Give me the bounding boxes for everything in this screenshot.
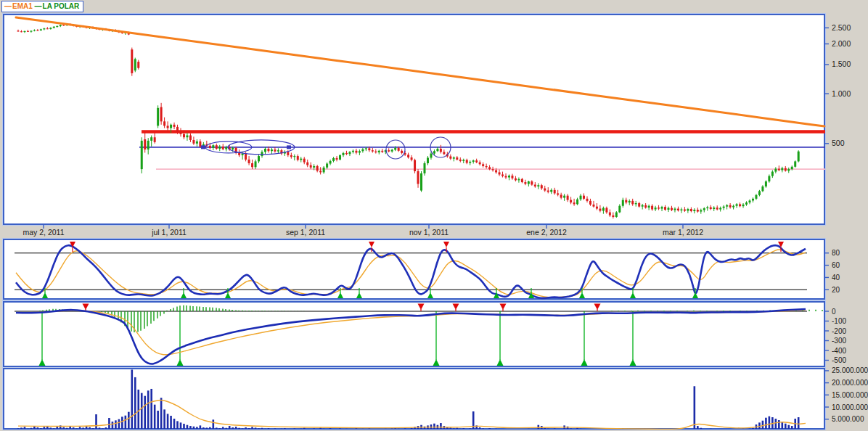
stochastic-panel[interactable] [3,239,825,300]
legend-item-symbol: —LA POLAR [35,2,80,10]
x-axis-label: nov 1, 2011 [409,228,449,237]
x-axis-label: jul 1, 2011 [151,228,187,237]
price-axis-label: 1.500 [832,59,851,68]
x-axis-label: ene 2, 2012 [526,228,567,237]
ema1-line-swatch-icon: — [4,2,12,10]
price-panel[interactable] [3,14,825,225]
volume-axis-label: 20.000.000 [832,379,868,387]
x-axis-label: may 2, 2011 [22,228,64,237]
macd-panel[interactable] [3,301,825,367]
volume-axis-label: 25.000.000 [832,366,868,374]
symbol-line-swatch-icon: — [35,2,42,10]
volume-axis-label: 5.000.000 [832,415,864,423]
legend-item-ema1: —EMA1 [4,2,33,10]
volume-axis-label: 15.000.000 [832,391,868,399]
stoch-axis-label: 60 [832,261,840,269]
price-axis-label: 2.500 [832,23,851,32]
stoch-axis-label: 80 [832,249,840,257]
volume-panel[interactable] [3,368,825,430]
price-axis-label: 2.000 [832,39,851,48]
legend-ema1-label: EMA1 [12,2,33,10]
x-axis-label: mar 1, 2012 [663,228,703,237]
charting-application: 2.5002.0001.5001.000500may 2, 2011jul 1,… [0,0,868,431]
legend-symbol-label: LA POLAR [43,2,80,10]
macd-axis-label: 0 [832,308,836,316]
macd-axis-label: -200 [832,327,846,335]
volume-axis-label: 10.000.000 [832,403,868,411]
stoch-axis-label: 20 [832,286,840,294]
stoch-axis-label: 40 [832,274,840,282]
price-axis-label: 1.000 [832,89,851,98]
x-axis-label: sep 1, 2011 [286,228,325,237]
macd-axis-label: -100 [832,317,846,325]
macd-axis-label: -300 [832,337,846,345]
macd-axis-label: -500 [832,356,846,364]
price-axis-label: 500 [832,139,845,147]
macd-axis-label: -400 [832,347,846,355]
legend: —EMA1 —LA POLAR [1,1,83,12]
